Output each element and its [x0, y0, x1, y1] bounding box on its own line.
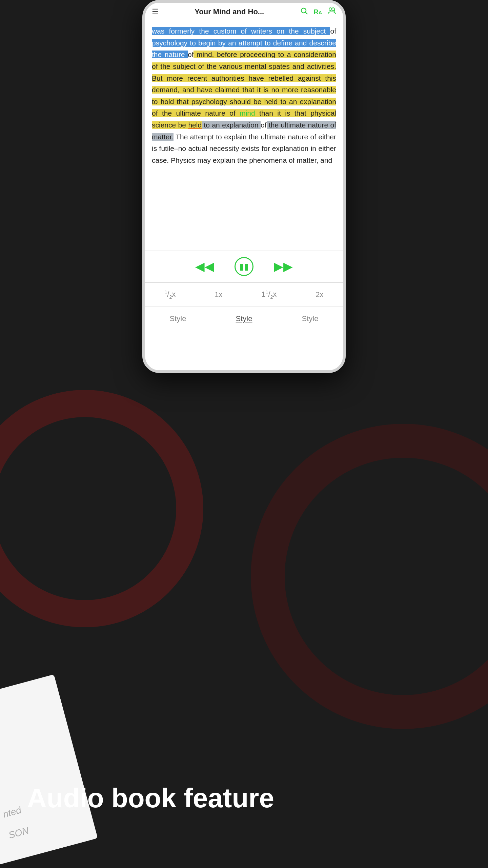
style-button-2[interactable]: Style [211, 307, 277, 331]
svg-point-2 [329, 8, 332, 11]
book-title: Your Mind and Ho... [159, 7, 300, 16]
speed-controls-bar: 1/2x 1x 11/2x 2x [145, 282, 343, 307]
book-text-area: was formerly the custom of writers on th… [145, 20, 343, 251]
style-button-3[interactable]: Style [277, 307, 343, 331]
speed-half-button[interactable]: 1/2x [159, 288, 181, 301]
svg-point-0 [301, 8, 306, 13]
rewind-button[interactable]: ◀◀ [195, 259, 214, 274]
phone-frame: ☰ Your Mind and Ho... RA was [142, 0, 346, 373]
style-controls-bar: Style Style Style [145, 307, 343, 331]
speed-1x-button[interactable]: 1x [209, 288, 228, 301]
tts-icon[interactable] [327, 7, 336, 17]
header-icons-group: RA [300, 7, 336, 17]
text-held: held [188, 121, 202, 129]
pause-button[interactable]: ▮▮ [235, 257, 253, 276]
svg-line-1 [306, 13, 308, 15]
speed-1half-button[interactable]: 11/2x [256, 288, 282, 301]
forward-button[interactable]: ▶▶ [274, 259, 293, 274]
menu-icon[interactable]: ☰ [152, 7, 159, 16]
speed-2x-button[interactable]: 2x [310, 288, 329, 301]
search-icon[interactable] [300, 7, 308, 17]
text-of-3: of [261, 121, 267, 129]
text-mind: mind [240, 109, 255, 117]
text-of-1: of [330, 27, 336, 35]
svg-point-3 [332, 8, 334, 11]
app-header: ☰ Your Mind and Ho... RA [145, 3, 343, 20]
pause-icon: ▮▮ [239, 261, 249, 272]
text-segment-gray-1: to an explanation [202, 121, 261, 129]
playback-controls-bar: ◀◀ ▮▮ ▶▶ [145, 251, 343, 282]
text-of-2: of [188, 51, 194, 58]
feature-label: Audio book feature [27, 783, 274, 814]
style-button-1[interactable]: Style [145, 307, 211, 331]
font-size-icon[interactable]: RA [313, 8, 322, 16]
text-segment-blue-1: was formerly the custom of writers on th… [152, 27, 330, 35]
